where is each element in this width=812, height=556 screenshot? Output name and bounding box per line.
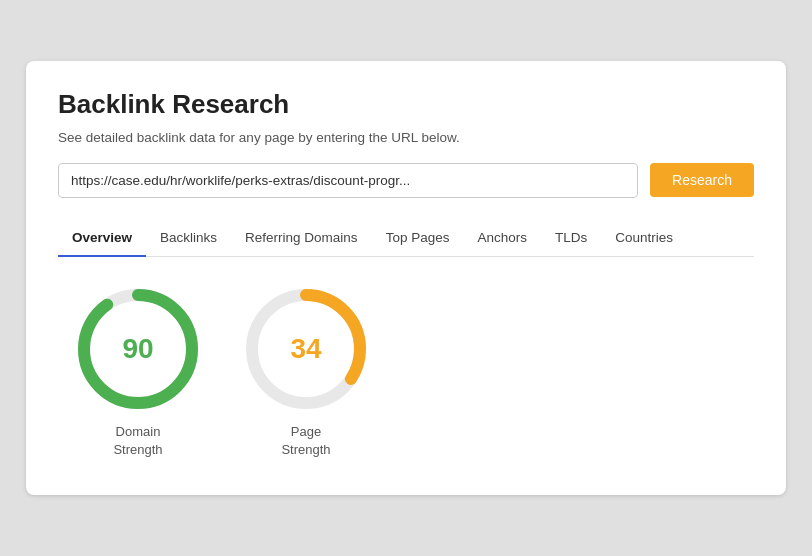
tab-referring-domains[interactable]: Referring Domains — [231, 220, 372, 257]
research-button[interactable]: Research — [650, 163, 754, 197]
page-strength-metric: 34 PageStrength — [246, 289, 366, 459]
main-card: Backlink Research See detailed backlink … — [26, 61, 786, 495]
page-title: Backlink Research — [58, 89, 754, 120]
domain-strength-circle: 90 — [78, 289, 198, 409]
tab-anchors[interactable]: Anchors — [463, 220, 541, 257]
search-row: Research — [58, 163, 754, 198]
domain-strength-label: DomainStrength — [113, 423, 162, 459]
tab-overview[interactable]: Overview — [58, 220, 146, 257]
page-strength-label: PageStrength — [281, 423, 330, 459]
url-input[interactable] — [58, 163, 638, 198]
metrics-row: 90 DomainStrength 34 PageStrength — [58, 289, 754, 459]
tab-top-pages[interactable]: Top Pages — [372, 220, 464, 257]
tab-backlinks[interactable]: Backlinks — [146, 220, 231, 257]
subtitle: See detailed backlink data for any page … — [58, 130, 754, 145]
domain-strength-metric: 90 DomainStrength — [78, 289, 198, 459]
tabs-bar: Overview Backlinks Referring Domains Top… — [58, 220, 754, 257]
tab-tlds[interactable]: TLDs — [541, 220, 601, 257]
page-strength-value: 34 — [290, 333, 321, 365]
domain-strength-value: 90 — [122, 333, 153, 365]
page-strength-circle: 34 — [246, 289, 366, 409]
tab-countries[interactable]: Countries — [601, 220, 687, 257]
